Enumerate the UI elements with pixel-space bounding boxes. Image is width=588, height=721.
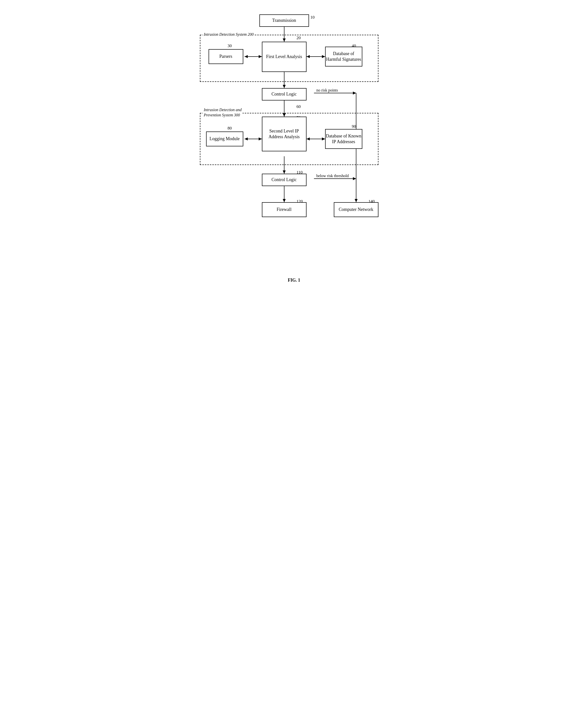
ref-140: 140	[369, 199, 375, 204]
svg-marker-23	[353, 91, 356, 95]
ref-30: 30	[228, 43, 232, 48]
firewall-box: Firewall	[262, 202, 307, 217]
ref-20: 20	[297, 36, 301, 40]
db-harmful-box: Database of Harmful Signatures	[325, 47, 362, 66]
svg-marker-21	[283, 199, 286, 202]
svg-marker-3	[283, 85, 286, 88]
control-logic-1-box: Control Logic	[262, 88, 307, 101]
ref-90: 90	[352, 124, 356, 129]
second-level-box: Second Level IP Address Analysis	[262, 117, 307, 151]
parsers-box: Parsers	[209, 49, 243, 64]
ref-40: 40	[352, 43, 356, 48]
svg-marker-27	[353, 177, 356, 180]
logging-box: Logging Module	[206, 131, 243, 146]
transmission-box: Transmission	[259, 14, 309, 27]
ref-110: 110	[297, 170, 303, 175]
db-known-box: Database of Known IP Addresses	[325, 129, 362, 149]
svg-marker-25	[355, 199, 358, 202]
no-risk-label: no risk points	[316, 88, 338, 92]
control-logic-2-box: Control Logic	[262, 174, 307, 186]
ids200-label: Intrusion Detection System 200	[203, 32, 255, 37]
svg-marker-19	[283, 170, 286, 174]
ref-80: 80	[228, 126, 232, 131]
fig-caption: FIG. 1	[192, 277, 396, 283]
first-level-box: First Level Analysis	[262, 42, 307, 72]
ref-120: 120	[297, 199, 303, 204]
computer-network-box: Computer Network	[334, 202, 378, 217]
idps300-label: Intrusion Detection and Prevention Syste…	[203, 107, 243, 118]
ref-10: 10	[311, 15, 315, 20]
below-risk-label: below risk threshold	[316, 174, 349, 178]
ref-60: 60	[297, 104, 301, 109]
